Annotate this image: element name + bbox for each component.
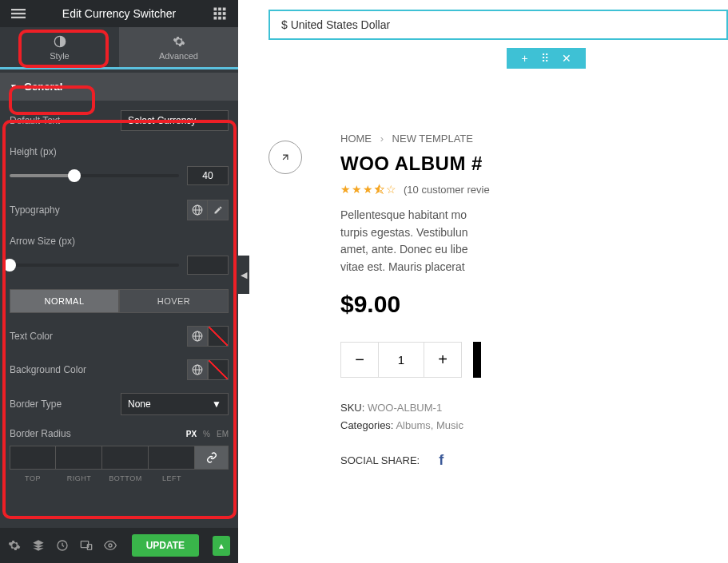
radius-bottom-input[interactable]	[102, 446, 149, 470]
svg-rect-8	[223, 12, 226, 15]
height-slider[interactable]	[10, 174, 179, 177]
product-price: $9.00	[340, 291, 728, 318]
qty-input[interactable]	[379, 342, 424, 378]
svg-rect-1	[11, 13, 26, 14]
bg-color-swatch[interactable]	[208, 359, 229, 380]
normal-toggle[interactable]: NORMAL	[10, 289, 119, 313]
add-section-button[interactable]: +	[515, 50, 534, 66]
chevron-right-icon: ›	[380, 133, 384, 145]
link-icon[interactable]	[195, 446, 229, 470]
facebook-icon[interactable]: f	[439, 452, 444, 469]
sku-label: SKU:	[340, 402, 364, 414]
add-to-cart-button[interactable]	[473, 342, 481, 378]
svg-rect-7	[218, 12, 221, 15]
close-section-button[interactable]: ✕	[555, 50, 578, 66]
radius-top-label: TOP	[10, 474, 56, 482]
apps-icon[interactable]	[213, 6, 227, 21]
reviews-link[interactable]: (10 customer revie	[404, 184, 490, 196]
style-icon	[54, 35, 66, 48]
responsive-icon[interactable]	[80, 539, 93, 552]
panel-title: Edit Currency Switcher	[62, 7, 176, 20]
breadcrumb: HOME › NEW TEMPLATE	[340, 133, 728, 145]
radius-left-label: LEFT	[149, 474, 195, 482]
border-type-select[interactable]: None ▼	[121, 393, 229, 415]
unit-pct[interactable]: %	[203, 430, 210, 438]
unit-px[interactable]: PX	[186, 430, 197, 438]
tab-style[interactable]: Style	[0, 27, 119, 67]
typography-label: Typography	[10, 204, 60, 216]
globe-icon[interactable]	[187, 326, 208, 347]
svg-rect-4	[218, 8, 221, 11]
border-radius-label: Border Radius	[10, 428, 71, 439]
sku-value: WOO-ALBUM-1	[368, 402, 442, 414]
svg-rect-0	[11, 9, 26, 10]
category-link[interactable]: Music	[436, 419, 463, 431]
gear-icon	[173, 35, 185, 48]
product-title: WOO ALBUM #	[340, 153, 728, 175]
radius-right-label: RIGHT	[56, 474, 102, 482]
star-rating: ★★★⯪☆	[340, 183, 397, 196]
radius-bottom-label: BOTTOM	[102, 474, 149, 482]
svg-rect-5	[223, 8, 226, 11]
product-description: Pellentesque habitant mo turpis egestas.…	[340, 207, 728, 276]
svg-rect-10	[218, 17, 221, 20]
chevron-down-icon: ▼	[212, 398, 221, 410]
breadcrumb-home[interactable]: HOME	[340, 133, 372, 145]
arrow-size-slider[interactable]	[10, 264, 179, 267]
bg-color-label: Background Color	[10, 364, 86, 375]
update-button[interactable]: UPDATE	[132, 534, 199, 557]
svg-rect-2	[11, 17, 26, 18]
update-options-button[interactable]: ▲	[213, 536, 230, 556]
category-link[interactable]: Albums	[396, 419, 430, 431]
qty-plus-button[interactable]: +	[424, 342, 462, 378]
expand-image-button[interactable]	[269, 141, 302, 174]
default-text-input[interactable]	[121, 110, 229, 131]
height-value-input[interactable]	[187, 166, 229, 185]
breadcrumb-page[interactable]: NEW TEMPLATE	[392, 133, 473, 145]
globe-icon[interactable]	[187, 359, 208, 380]
radius-left-input[interactable]	[149, 446, 195, 470]
border-type-label: Border Type	[10, 398, 62, 410]
collapse-panel-button[interactable]: ◀	[238, 256, 249, 294]
eye-icon[interactable]	[104, 539, 117, 552]
social-share-label: SOCIAL SHARE:	[340, 454, 420, 466]
arrow-size-input[interactable]	[187, 256, 229, 275]
text-color-label: Text Color	[10, 331, 53, 342]
text-color-swatch[interactable]	[208, 326, 229, 347]
svg-rect-6	[213, 12, 217, 15]
currency-switcher[interactable]: $ United States Dollar	[269, 10, 728, 40]
svg-point-24	[109, 544, 112, 547]
svg-rect-11	[223, 17, 226, 20]
gear-icon[interactable]	[8, 539, 21, 552]
layers-icon[interactable]	[32, 539, 45, 552]
drag-section-icon[interactable]: ⠿	[535, 50, 555, 66]
history-icon[interactable]	[56, 539, 69, 552]
arrow-size-label: Arrow Size (px)	[10, 236, 75, 247]
default-text-label: Default Text	[10, 115, 60, 126]
hover-toggle[interactable]: HOVER	[119, 289, 229, 313]
radius-top-input[interactable]	[10, 446, 56, 470]
section-general[interactable]: ▼ General	[0, 73, 238, 101]
categories-label: Categories:	[340, 419, 393, 431]
radius-right-input[interactable]	[56, 446, 102, 470]
globe-icon[interactable]	[187, 200, 208, 220]
menu-icon[interactable]	[11, 6, 26, 21]
svg-rect-3	[213, 8, 217, 11]
tab-advanced[interactable]: Advanced	[119, 27, 238, 67]
height-label: Height (px)	[10, 146, 57, 157]
unit-em[interactable]: EM	[217, 430, 229, 438]
qty-minus-button[interactable]: −	[340, 342, 379, 378]
caret-down-icon: ▼	[10, 82, 18, 91]
svg-rect-9	[213, 17, 217, 20]
edit-icon[interactable]	[208, 200, 229, 220]
